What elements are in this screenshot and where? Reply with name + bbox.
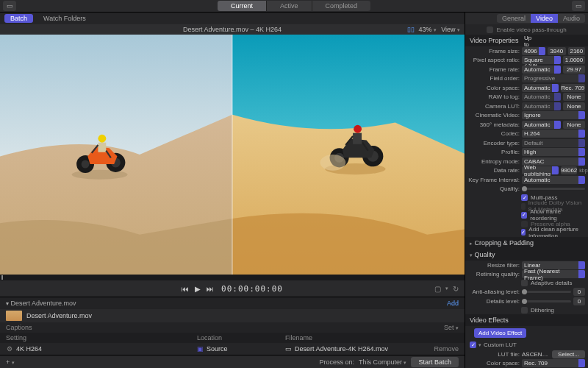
field-order-select[interactable]: Progressive: [522, 74, 585, 82]
add-video-effect-button[interactable]: Add Video Effect: [474, 328, 526, 338]
prev-frame-button[interactable]: ⏮: [182, 285, 189, 293]
timecode-display[interactable]: 00:00:00:00: [221, 284, 283, 294]
set-captions-link[interactable]: Set ▾: [444, 324, 459, 331]
codec-select[interactable]: H.264: [522, 130, 585, 138]
settings-table-row[interactable]: ⚙4K H264 ▣Source ▭Desert Adventure-4K H2…: [0, 343, 465, 355]
remove-setting-link[interactable]: Remove: [422, 345, 459, 353]
tab-completed[interactable]: Completed: [312, 1, 371, 11]
details-slider[interactable]: [522, 300, 571, 302]
section-video-effects[interactable]: Video Effects: [465, 314, 588, 326]
view-menu[interactable]: View ▾: [441, 26, 460, 33]
raw-log-select[interactable]: Automatic: [522, 93, 561, 101]
color-space-select[interactable]: Automatic: [522, 84, 559, 92]
encoder-select[interactable]: Default: [522, 139, 585, 147]
profile-select[interactable]: High: [522, 148, 585, 156]
section-cropping[interactable]: ▸ Cropping & Padding: [465, 237, 588, 249]
file-icon: ▭: [285, 345, 292, 353]
settings-table-header: Setting Location Filename: [0, 333, 465, 343]
add-menu[interactable]: + ▾: [6, 358, 15, 366]
color-space-value: Rec. 709: [561, 84, 585, 92]
timeline-scrubber[interactable]: [0, 275, 465, 280]
clip-thumbnail: [6, 311, 22, 321]
tab-active[interactable]: Active: [267, 1, 312, 11]
pixel-aspect-select[interactable]: Square: [522, 56, 561, 64]
frame-height-field[interactable]: 2160: [568, 47, 585, 55]
next-frame-button[interactable]: ⏭: [207, 285, 214, 293]
frame-rate-select[interactable]: Automatic: [522, 66, 561, 74]
section-quality[interactable]: ▾ Quality: [465, 249, 588, 261]
preview-title-bar: Desert Adventure.mov – 4K H264 ▯▯ 43% ▾ …: [0, 24, 465, 35]
playback-controls: ⏮ ▶ ⏭ 00:00:00:00 ▢ ▾ ↻: [0, 280, 465, 297]
passthrough-label: Enable video pass-through: [496, 26, 566, 33]
lut-file-name: ASCEND – Ochre.cube: [522, 351, 550, 358]
raw-log-value: None: [563, 93, 585, 101]
inspector-tab-audio[interactable]: Audio: [558, 14, 585, 23]
dolby-checkbox: [521, 203, 526, 210]
svg-rect-15: [353, 133, 362, 144]
play-button[interactable]: ▶: [195, 285, 201, 293]
marker-menu[interactable]: ▾: [445, 286, 448, 291]
cinematic-select[interactable]: Ignore: [522, 111, 585, 119]
batch-item-name: Desert Adventure.mov: [26, 312, 92, 319]
inspector-tab-video[interactable]: Video: [531, 14, 558, 23]
video-preview[interactable]: [0, 35, 465, 275]
retiming-select[interactable]: Fast (Nearest Frame): [522, 270, 585, 278]
reorder-checkbox[interactable]: ✓: [521, 212, 527, 219]
zoom-level[interactable]: 43% ▾: [419, 26, 437, 33]
sidebar-toggle-left[interactable]: ▭: [3, 1, 16, 11]
tab-current[interactable]: Current: [218, 1, 267, 11]
keyframe-select[interactable]: Automatic: [522, 176, 585, 184]
quality-slider[interactable]: [522, 188, 585, 190]
lut-enable-checkbox[interactable]: ✓: [470, 342, 476, 348]
svg-rect-8: [98, 143, 106, 152]
dithering-checkbox[interactable]: [521, 307, 528, 314]
gear-icon: ⚙: [6, 345, 13, 353]
batch-clip-name: Desert Adventure.mov: [11, 300, 76, 307]
svg-point-17: [320, 155, 346, 171]
batch-disclosure[interactable]: ▾: [6, 300, 9, 307]
inspector-tab-general[interactable]: General: [497, 14, 531, 23]
frame-rate-value[interactable]: 29.97: [563, 66, 585, 74]
data-rate-value[interactable]: 98062: [561, 166, 577, 174]
mode-batch[interactable]: Batch: [4, 14, 33, 23]
sidebar-toggle-right[interactable]: ▭: [572, 1, 585, 11]
footer-bar: + ▾ Process on: This Computer ▾ Start Ba…: [0, 355, 465, 368]
alpha-checkbox: [521, 221, 528, 227]
loop-icon[interactable]: ↻: [453, 285, 459, 293]
lut-select-button[interactable]: Select...: [552, 350, 585, 358]
folder-icon: ▣: [197, 345, 204, 353]
passthrough-checkbox[interactable]: [487, 26, 493, 33]
svg-point-9: [98, 135, 106, 143]
camera-lut-select[interactable]: Automatic: [522, 102, 561, 110]
process-on-select[interactable]: This Computer ▾: [359, 358, 407, 366]
antialias-slider[interactable]: [522, 291, 571, 293]
multipass-checkbox[interactable]: ✓: [521, 194, 528, 201]
inspector-panel: General Video Audio Enable video pass-th…: [465, 13, 588, 368]
captions-label: Captions: [6, 324, 32, 331]
main-tabs: Current Active Completed: [218, 1, 370, 11]
metadata360-select[interactable]: Automatic: [522, 121, 561, 129]
frame-width-field[interactable]: 3840: [548, 47, 566, 55]
compare-icon[interactable]: ▯▯: [407, 26, 415, 33]
top-toolbar: ▭ Current Active Completed ▭: [0, 0, 588, 13]
frame-size-select[interactable]: Up to 4096 x 2304: [522, 47, 545, 55]
custom-lut-title: Custom LUT: [484, 342, 517, 348]
lut-colorspace-select[interactable]: Rec. 709: [522, 359, 585, 367]
pixel-aspect-value[interactable]: 1.0000: [563, 56, 585, 64]
add-setting-link[interactable]: Add: [447, 300, 459, 307]
svg-point-5: [82, 160, 90, 169]
batch-list: ▾ Desert Adventure.mov Add Desert Advent…: [0, 297, 465, 355]
marker-icon[interactable]: ▢: [434, 285, 441, 293]
subheader: Batch Watch Folders: [0, 13, 465, 24]
metadata360-value: None: [563, 121, 585, 129]
camera-lut-value: None: [563, 102, 585, 110]
start-batch-button[interactable]: Start Batch: [411, 357, 459, 367]
aperture-checkbox[interactable]: ✓: [521, 229, 526, 236]
batch-item[interactable]: Desert Adventure.mov: [0, 309, 465, 322]
preview-title: Desert Adventure.mov – 4K H264: [183, 26, 282, 33]
process-on-label: Process on:: [319, 358, 354, 366]
data-rate-select[interactable]: Web publishing: [522, 166, 559, 174]
mode-watch-folders[interactable]: Watch Folders: [37, 14, 92, 23]
svg-point-16: [354, 125, 362, 133]
